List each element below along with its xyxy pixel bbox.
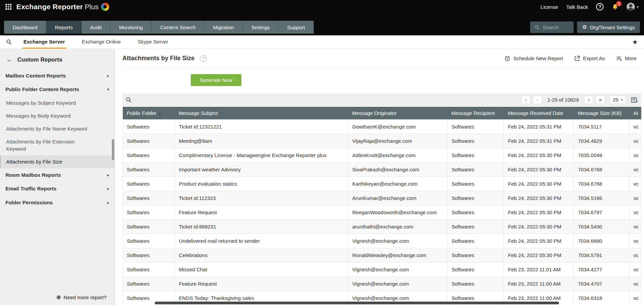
chevron-down-icon: ▾ [621, 98, 623, 102]
sidebar-item[interactable]: Folder Permissions ▸ [0, 196, 115, 209]
cell-message-originator: Vignesh@exchange.com [348, 277, 447, 291]
subnav-tab[interactable]: Skype Server [136, 35, 170, 49]
column-header[interactable]: At [629, 107, 641, 120]
notification-badge: 2 [616, 1, 622, 6]
nav-tab-label: Migration [213, 24, 234, 30]
app-title: Exchange Reporter [16, 3, 83, 11]
need-more-report-link[interactable]: Need more report? [56, 294, 106, 300]
pagination-last-button[interactable]: » [596, 96, 605, 104]
sidebar-item[interactable]: Email Traffic Reports ▸ [0, 182, 115, 196]
table-row[interactable]: Softwares Missed Chat Vignesh@exchange.c… [123, 262, 641, 277]
table-row[interactable]: Softwares Feature Request ReeganWoodswor… [123, 205, 641, 220]
column-header[interactable]: Public Folder▲ [123, 107, 175, 120]
table-search-icon[interactable] [126, 97, 132, 103]
page-size-select[interactable]: 25 ▾ [609, 96, 626, 104]
cell-message-recipient: Softwares [447, 134, 504, 148]
sidebar-header: ← Custom Reports [0, 49, 115, 69]
sidebar-item[interactable]: Messages by Body Keyword [0, 109, 115, 122]
favorites-star-icon[interactable]: ★ [632, 38, 638, 46]
chevron-icon: ▸ [107, 73, 109, 79]
nav-tab[interactable]: Audit [82, 21, 111, 34]
brand-swirl-icon [101, 3, 109, 11]
main-panel: Attachments by File Size ? Schedule New … [115, 49, 644, 305]
cell-attachment: vc [629, 205, 641, 220]
cell-message-received-date: Feb 23, 2022 11:00 AM [504, 277, 574, 291]
sidebar-scrollbar[interactable] [112, 139, 114, 160]
subnav-tab[interactable]: Exchange Online [81, 35, 122, 49]
horizontal-scrollbar [122, 302, 641, 304]
cell-message-recipient: Softwares [447, 234, 504, 248]
column-header[interactable]: Message Recipient [447, 107, 504, 120]
table-row[interactable]: Softwares Celebrations RonaldWeasley@exc… [123, 248, 641, 262]
nav-tab[interactable]: Monitoring [111, 21, 152, 34]
cell-message-subject: Feature Request [175, 277, 348, 291]
page-size-value: 25 [613, 97, 618, 103]
column-header[interactable]: Message Originator [348, 107, 447, 120]
table-row[interactable]: Softwares Product evaluation statics Kar… [123, 177, 641, 191]
column-header[interactable]: Message Size (KB) [574, 107, 629, 120]
cell-attachment: vc [629, 220, 641, 234]
cell-message-size: 7034.6680 [574, 234, 629, 248]
table-row[interactable]: Softwares Complimentary License - Manage… [123, 148, 641, 163]
pagination-next-button[interactable]: › [584, 96, 593, 104]
table-row[interactable]: Softwares Ticket id:888231 arunthathi@ex… [123, 220, 641, 234]
table-row[interactable]: Softwares Undelivered mail returned to s… [123, 234, 641, 248]
more-button[interactable]: More [616, 55, 637, 62]
generate-now-button[interactable]: Generate Now [191, 74, 241, 86]
sidebar-item[interactable]: Attachments by File Name Keyword [0, 122, 115, 135]
table-row[interactable]: Softwares Meeting@9am VijayRaja@exchange… [123, 134, 641, 148]
report-search-icon[interactable] [6, 39, 12, 45]
cell-message-size: 7034.5166 [574, 191, 629, 205]
schedule-new-report-button[interactable]: Schedule New Report [504, 55, 563, 62]
talkback-link[interactable]: Talk Back [566, 4, 588, 10]
nav-tab[interactable]: Reports [46, 21, 82, 34]
cell-message-received-date: Feb 23, 2022 11:01 AM [504, 262, 574, 277]
cell-message-recipient: Softwares [447, 262, 504, 277]
nav-tab-label: Audit [90, 24, 102, 30]
apps-grid-icon[interactable] [5, 4, 12, 10]
column-header[interactable]: Message Received Date [504, 107, 574, 120]
pagination-prev-button[interactable]: ‹ [533, 96, 542, 104]
sidebar-item[interactable]: Attachments by File Size [0, 155, 115, 168]
cell-message-size: 7034.5117 [574, 120, 629, 134]
sidebar-item[interactable]: Room Mailbox Reports ▸ [0, 168, 115, 182]
cell-message-recipient: Softwares [447, 205, 504, 220]
cell-message-recipient: Softwares [447, 120, 504, 134]
notifications-button[interactable]: 2 [612, 3, 618, 10]
table-row[interactable]: Softwares Ticket id:12321221 GowthamK@ex… [123, 120, 641, 134]
nav-tab[interactable]: Support [278, 21, 314, 34]
column-header-label: Message Recipient [452, 110, 495, 116]
cell-public-folder: Softwares [123, 277, 175, 291]
org-tenant-settings-button[interactable]: ⚙ Org/Tenant Settings [577, 21, 640, 33]
license-link[interactable]: License [541, 4, 558, 10]
global-search-input[interactable]: Search [530, 21, 574, 33]
cell-message-size: 7035.0049 [574, 148, 629, 163]
cell-message-subject: Undelivered mail returned to sender [175, 234, 348, 248]
horizontal-scrollbar-thumb[interactable] [155, 302, 559, 304]
sidebar-item[interactable]: Public Folder Content Reports ▾ [0, 83, 115, 96]
export-as-button[interactable]: Export As [574, 55, 605, 62]
subnav-tab[interactable]: Exchange Server [22, 35, 66, 49]
sidebar-item-label: Attachments by File Name Keyword [6, 125, 87, 132]
nav-tab[interactable]: Settings [243, 21, 278, 34]
user-menu[interactable]: ▾ [627, 3, 639, 11]
nav-tab[interactable]: Dashboard [4, 21, 46, 34]
table-row[interactable]: Softwares Ticket id:112323 ArunKumar@exc… [123, 191, 641, 205]
pagination-first-button[interactable]: « [521, 96, 530, 104]
sidebar-item[interactable]: Messages by Subject Keyword [0, 97, 115, 109]
primary-nav: Dashboard Reports Audit Monitoring Conte… [0, 14, 644, 35]
table-row[interactable]: Softwares Important weather Advisory Siv… [123, 163, 641, 177]
cell-message-recipient: Softwares [447, 191, 504, 205]
sidebar-item[interactable]: Mailbox Content Reports ▸ [0, 69, 115, 83]
column-header[interactable]: Message Subject [175, 107, 348, 120]
help-icon[interactable]: ? [596, 3, 604, 11]
cell-message-originator: Vignesh@exchange.com [348, 262, 447, 277]
report-help-icon[interactable]: ? [200, 55, 207, 62]
nav-tab[interactable]: Content Search [152, 21, 204, 34]
column-chooser-icon[interactable] [631, 97, 638, 103]
table-row[interactable]: Softwares Feature Request Vignesh@exchan… [123, 277, 641, 291]
report-actions: Schedule New Report Export As More [504, 55, 637, 62]
sidebar-item[interactable]: Attachments by File Extension Keyword [0, 135, 115, 155]
nav-tab[interactable]: Migration [204, 21, 243, 34]
back-arrow-icon[interactable]: ← [6, 56, 13, 64]
